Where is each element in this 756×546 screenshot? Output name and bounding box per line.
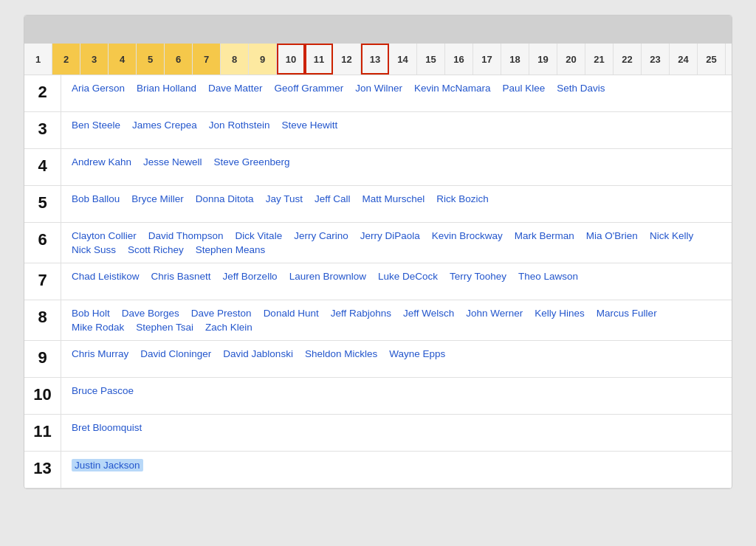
voter-name-link[interactable]: Sheldon Mickles: [305, 348, 377, 359]
rank-cell-24[interactable]: 24: [670, 44, 698, 75]
row-names-list: Chris MurrayDavid CloningerDavid Jablons…: [61, 341, 732, 377]
voter-name-link[interactable]: James Crepea: [132, 120, 197, 131]
rank-cell-3[interactable]: 3: [80, 44, 109, 75]
voter-name-link[interactable]: Bruce Pascoe: [72, 385, 134, 396]
table-row: 3Ben SteeleJames CrepeaJon RothsteinStev…: [24, 112, 732, 149]
voter-name-link[interactable]: Kevin McNamara: [414, 83, 491, 94]
voter-name-link[interactable]: Zach Klein: [205, 322, 252, 333]
voter-name-link[interactable]: Ben Steele: [72, 120, 120, 131]
voter-name-link[interactable]: Geoff Grammer: [275, 83, 344, 94]
row-rank-number: 7: [24, 263, 61, 300]
rank-cell-4[interactable]: 4: [109, 44, 137, 75]
voter-name-link[interactable]: Clayton Collier: [72, 230, 137, 241]
row-names-list: Andrew KahnJesse NewellSteve Greenberg: [61, 149, 732, 185]
voter-name-link[interactable]: Mike Rodak: [72, 322, 124, 333]
voter-name-link[interactable]: Kevin Brockway: [432, 230, 503, 241]
voter-name-link[interactable]: Seth Davis: [557, 83, 605, 94]
voter-name-link[interactable]: Matt Murschel: [362, 193, 425, 204]
voter-name-link[interactable]: Lauren Brownlow: [289, 271, 366, 282]
rank-cell-10[interactable]: 10: [277, 44, 305, 75]
voter-name-link[interactable]: Andrew Kahn: [72, 156, 131, 167]
rank-cell-23[interactable]: 23: [642, 44, 670, 75]
voter-name-link[interactable]: David Cloninger: [140, 348, 211, 359]
rank-cell-16[interactable]: 16: [445, 44, 473, 75]
voter-name-link[interactable]: Jeff Call: [315, 193, 351, 204]
row-rank-number: 6: [24, 223, 61, 263]
voter-name-link[interactable]: Nick Suss: [72, 244, 116, 255]
voter-name-link[interactable]: Jeff Rabjohns: [331, 308, 391, 319]
voter-name-link[interactable]: Steve Hewitt: [281, 120, 337, 131]
rank-cell-14[interactable]: 14: [389, 44, 417, 75]
voter-name-link[interactable]: Jerry DiPaola: [360, 230, 420, 241]
voter-name-link[interactable]: Terry Toohey: [450, 271, 506, 282]
table-row: 11Bret Bloomquist: [24, 415, 732, 452]
voter-name-link[interactable]: Jon Rothstein: [209, 120, 270, 131]
voter-name-link[interactable]: Paul Klee: [502, 83, 545, 94]
rank-cell-15[interactable]: 15: [417, 44, 445, 75]
rank-cell-18[interactable]: 18: [501, 44, 529, 75]
rank-cell-12[interactable]: 12: [333, 44, 361, 75]
voter-name-link[interactable]: Donald Hunt: [264, 308, 319, 319]
voter-name-link[interactable]: Dave Borges: [122, 308, 179, 319]
rank-cell-1[interactable]: 1: [24, 44, 52, 75]
rank-cell-5[interactable]: 5: [137, 44, 165, 75]
voter-name-link[interactable]: Bryce Miller: [131, 193, 184, 204]
voter-name-link[interactable]: Jeff Borzello: [223, 271, 278, 282]
table-row: 4Andrew KahnJesse NewellSteve Greenberg: [24, 149, 732, 186]
rank-cell-19[interactable]: 19: [529, 44, 557, 75]
table-row: 10Bruce Pascoe: [24, 378, 732, 415]
voter-name-link[interactable]: Chris Basnett: [151, 271, 211, 282]
voter-name-link[interactable]: Bob Holt: [72, 308, 110, 319]
voter-name-link[interactable]: Stephen Means: [196, 244, 266, 255]
rank-cell-6[interactable]: 6: [165, 44, 193, 75]
voter-name-link[interactable]: Wayne Epps: [389, 348, 445, 359]
voter-name-link[interactable]: Jay Tust: [266, 193, 303, 204]
rank-cell-13[interactable]: 13: [361, 44, 389, 75]
rank-cell-25[interactable]: 25: [698, 44, 726, 75]
voter-name-link[interactable]: Dave Matter: [208, 83, 263, 94]
voter-name-link[interactable]: Mark Berman: [515, 230, 574, 241]
voter-name-link[interactable]: Theo Lawson: [518, 271, 578, 282]
voter-name-link[interactable]: Chris Murray: [72, 348, 128, 359]
voter-name-link[interactable]: Luke DeCock: [378, 271, 438, 282]
voter-name-link[interactable]: Donna Ditota: [196, 193, 254, 204]
voter-name-link[interactable]: John Werner: [466, 308, 523, 319]
rank-cell-7[interactable]: 7: [193, 44, 221, 75]
voter-name-link[interactable]: Brian Holland: [137, 83, 196, 94]
voter-name-link[interactable]: Bob Ballou: [72, 193, 120, 204]
rank-cell-nr[interactable]: NR: [726, 44, 732, 75]
rank-cell-8[interactable]: 8: [221, 44, 249, 75]
row-names-list: Bob HoltDave BorgesDave PrestonDonald Hu…: [61, 300, 732, 340]
voter-name-link[interactable]: Bret Bloomquist: [72, 422, 142, 433]
rank-cell-9[interactable]: 9: [249, 44, 277, 75]
rank-cell-20[interactable]: 20: [557, 44, 585, 75]
voter-name-link[interactable]: Jon Wilner: [355, 83, 402, 94]
rank-cell-22[interactable]: 22: [614, 44, 642, 75]
voter-name-link[interactable]: Rick Bozich: [436, 193, 489, 204]
rank-cell-21[interactable]: 21: [585, 44, 614, 75]
voter-name-link[interactable]: Mia O'Brien: [586, 230, 638, 241]
row-rank-number: 5: [24, 186, 61, 222]
voter-name-link[interactable]: Scott Richey: [128, 244, 184, 255]
voter-name-link[interactable]: David Thompson: [148, 230, 224, 241]
ranking-label: [54, 24, 57, 36]
rank-cell-17[interactable]: 17: [473, 44, 501, 75]
table-row: 9Chris MurrayDavid CloningerDavid Jablon…: [24, 341, 732, 378]
voter-name-link[interactable]: Dave Preston: [191, 308, 252, 319]
rank-cell-2[interactable]: 2: [52, 44, 80, 75]
voter-name-link[interactable]: Nick Kelly: [650, 230, 693, 241]
voter-name-link[interactable]: David Jablonski: [223, 348, 293, 359]
voter-name-link[interactable]: Aria Gerson: [72, 83, 125, 94]
voter-name-link[interactable]: Kelly Hines: [535, 308, 585, 319]
voter-name-link[interactable]: Chad Leistikow: [72, 271, 140, 282]
voter-name-link[interactable]: Dick Vitale: [236, 230, 283, 241]
voter-name-link[interactable]: Justin Jackson: [72, 459, 143, 471]
voter-name-link[interactable]: Stephen Tsai: [136, 322, 193, 333]
row-names-list: Justin Jackson: [61, 452, 732, 488]
voter-name-link[interactable]: Jesse Newell: [143, 156, 202, 167]
voter-name-link[interactable]: Jeff Welsch: [403, 308, 454, 319]
voter-name-link[interactable]: Jerry Carino: [294, 230, 348, 241]
voter-name-link[interactable]: Steve Greenberg: [214, 156, 290, 167]
rank-cell-11[interactable]: 11: [305, 44, 333, 75]
voter-name-link[interactable]: Marcus Fuller: [597, 308, 657, 319]
